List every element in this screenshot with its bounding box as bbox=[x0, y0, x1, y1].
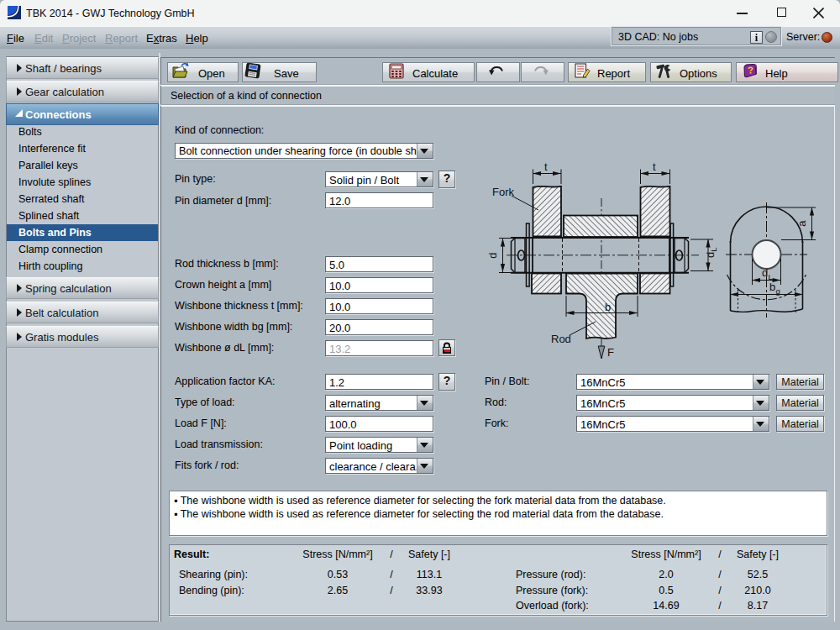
svg-text:F: F bbox=[607, 346, 614, 359]
svg-text:?: ? bbox=[748, 65, 754, 75]
svg-text:d: d bbox=[762, 266, 768, 279]
svg-text:t: t bbox=[653, 160, 656, 173]
svg-text:a: a bbox=[795, 220, 808, 227]
svg-text:d: d bbox=[486, 252, 499, 258]
svg-text:Fork: Fork bbox=[492, 186, 515, 198]
svg-text:g: g bbox=[776, 286, 780, 296]
svg-text:t: t bbox=[544, 160, 548, 173]
svg-text:Rod: Rod bbox=[551, 333, 571, 345]
svg-text:dL: dL bbox=[704, 247, 718, 258]
svg-text:L: L bbox=[769, 272, 773, 281]
svg-text:b: b bbox=[605, 301, 611, 313]
svg-text:b: b bbox=[769, 281, 775, 293]
